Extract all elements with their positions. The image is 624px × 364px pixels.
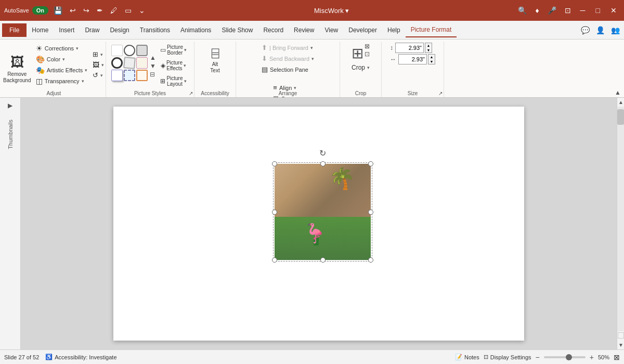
scroll-up-btn[interactable]: ▲ <box>617 98 624 107</box>
style-3[interactable] <box>136 45 148 56</box>
send-backward-button[interactable]: ⬇ Send Backward ▾ <box>259 54 316 63</box>
crop-button[interactable]: Crop ▾ <box>349 63 372 72</box>
size-expand-icon[interactable]: ↗ <box>438 90 443 96</box>
ribbon-collapse-btn[interactable]: ▲ <box>613 88 623 97</box>
reset-picture-button[interactable]: ↺ ▾ <box>90 70 106 80</box>
adjust-col: ☀ Corrections ▾ 🎨 Color ▾ 🎭 Artistic Eff… <box>34 43 89 95</box>
width-down[interactable]: ▼ <box>428 59 435 64</box>
menu-transitions[interactable]: Transitions <box>135 23 175 37</box>
rotate-handle[interactable]: ↻ <box>319 148 326 158</box>
change-picture-button[interactable]: 🖼 ▾ <box>90 60 106 70</box>
menu-file[interactable]: File <box>2 23 27 37</box>
handle-tm[interactable] <box>320 161 326 166</box>
save-icon[interactable]: 💾 <box>51 5 64 16</box>
zoom-in-btn[interactable]: + <box>590 353 594 361</box>
menu-review[interactable]: Review <box>289 23 319 37</box>
handle-bm[interactable] <box>320 257 326 263</box>
style-8[interactable] <box>124 70 135 81</box>
style-5[interactable] <box>123 57 136 69</box>
comment-icon[interactable]: 💬 <box>579 25 592 35</box>
menu-view[interactable]: View <box>319 23 343 37</box>
zoom-thumb[interactable] <box>566 354 572 360</box>
picture-styles-expand-icon[interactable]: ↗ <box>189 90 193 96</box>
zoom-level[interactable]: 50% <box>598 354 609 360</box>
display-settings-btn[interactable]: ⊡ Display Settings <box>484 354 531 360</box>
fit-icon[interactable]: ⊡ <box>563 5 573 16</box>
handle-mr[interactable] <box>368 210 373 215</box>
styles-more-btn[interactable]: ⊟ <box>150 71 156 78</box>
menu-help[interactable]: Help <box>382 23 406 37</box>
share-icon[interactable]: 👥 <box>609 25 622 35</box>
thumbnails-label[interactable]: Thumbnails <box>7 120 14 149</box>
width-input[interactable] <box>398 54 427 64</box>
style-2[interactable] <box>124 45 135 56</box>
height-spinner[interactable]: ▲ ▼ <box>425 43 432 53</box>
bring-forward-button[interactable]: ⬆ | Bring Forward ▾ <box>259 43 316 53</box>
menu-record[interactable]: Record <box>258 23 289 37</box>
corrections-button[interactable]: ☀ Corrections ▾ <box>34 43 89 54</box>
customize-icon[interactable]: ✒ <box>95 5 105 16</box>
height-down[interactable]: ▼ <box>425 48 432 53</box>
diamond-icon[interactable]: ♦ <box>533 5 541 16</box>
styles-up-btn[interactable]: ▲ <box>150 54 156 61</box>
menu-slideshow[interactable]: Slide Show <box>216 23 258 37</box>
style-4[interactable] <box>111 57 123 69</box>
scroll-down-btn[interactable]: ▼ <box>617 341 624 349</box>
picture-layout-button[interactable]: ⊞ PictureLayout ▾ <box>158 74 189 88</box>
accessibility-status[interactable]: ♿ Accessibility: Investigate <box>45 354 116 360</box>
artistic-effects-button[interactable]: 🎭 Artistic Effects ▾ <box>34 65 89 75</box>
compress-button[interactable]: ⊞ ▾ <box>90 49 106 59</box>
handle-br[interactable] <box>368 257 373 263</box>
style-9[interactable] <box>136 70 148 81</box>
menu-design[interactable]: Design <box>105 23 134 37</box>
undo-icon[interactable]: ↩ <box>68 5 78 16</box>
width-spinner[interactable]: ▲ ▼ <box>428 54 435 64</box>
pen-icon[interactable]: 🖊 <box>108 5 120 16</box>
mic-icon[interactable]: 🎤 <box>545 5 558 16</box>
fit-to-window-btn[interactable]: ⊠ <box>614 353 620 361</box>
handle-ml[interactable] <box>272 210 277 215</box>
width-up[interactable]: ▲ <box>428 55 435 59</box>
selection-pane-button[interactable]: ▤ Selection Pane <box>259 64 316 74</box>
thumbnails-expand-btn[interactable]: ▶ <box>8 102 12 109</box>
collab-icon[interactable]: 👤 <box>594 25 607 35</box>
picture-border-button[interactable]: ▭ PictureBorder ▾ <box>158 43 189 57</box>
menu-draw[interactable]: Draw <box>80 23 105 37</box>
menu-insert[interactable]: Insert <box>54 23 80 37</box>
zoom-slider[interactable] <box>544 356 586 358</box>
styles-down-btn[interactable]: ▼ <box>150 62 156 70</box>
menu-picture-format[interactable]: Picture Format <box>406 23 457 37</box>
style-1[interactable] <box>111 45 123 56</box>
style-6[interactable] <box>136 57 148 69</box>
search-icon[interactable]: 🔍 <box>516 5 529 16</box>
autosave-toggle[interactable]: On <box>32 6 48 15</box>
scroll-track[interactable] <box>617 107 624 331</box>
notes-btn[interactable]: 📝 Notes <box>455 354 479 360</box>
height-row: ↕ ▲ ▼ <box>390 43 435 53</box>
remove-background-button[interactable]: 🖼 RemoveBackground <box>2 48 33 90</box>
more-icon[interactable]: ⌄ <box>137 5 147 16</box>
menu-developer[interactable]: Developer <box>343 23 382 37</box>
transparency-button[interactable]: ◫ Transparency ▾ <box>34 76 89 86</box>
handle-tl[interactable] <box>272 161 277 166</box>
artistic-effects-icon: 🎭 <box>36 66 45 74</box>
menu-home[interactable]: Home <box>27 23 54 37</box>
expand-slide-btn[interactable] <box>618 332 624 339</box>
close-btn[interactable]: ✕ <box>607 5 620 16</box>
height-input[interactable] <box>395 43 424 53</box>
present-icon[interactable]: ▭ <box>123 5 134 16</box>
height-up[interactable]: ▲ <box>425 43 432 48</box>
handle-tr[interactable] <box>368 161 373 166</box>
minimize-btn[interactable]: ─ <box>577 5 589 16</box>
color-button[interactable]: 🎨 Color ▾ <box>34 54 89 64</box>
maximize-btn[interactable]: □ <box>593 5 603 16</box>
style-7[interactable] <box>111 70 123 81</box>
alt-text-button[interactable]: ⌸ AltText <box>207 43 223 84</box>
selected-image[interactable]: 🌴 ↻ <box>275 164 371 260</box>
redo-icon[interactable]: ↪ <box>81 5 92 16</box>
scroll-thumb[interactable] <box>617 109 624 125</box>
handle-bl[interactable] <box>272 257 277 263</box>
picture-effects-button[interactable]: ◈ PictureEffects ▾ <box>158 58 189 73</box>
menu-animations[interactable]: Animations <box>175 23 216 37</box>
zoom-out-btn[interactable]: − <box>536 353 540 361</box>
